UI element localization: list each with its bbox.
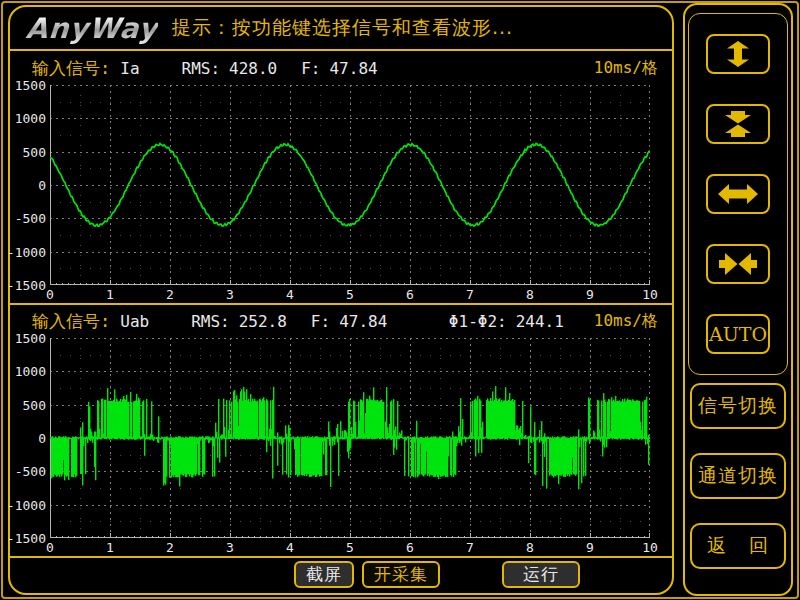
timebase-label: 10ms/格 — [594, 58, 658, 79]
input-signal-label: 输入信号: — [32, 57, 110, 80]
x-tick-label: 8 — [526, 540, 534, 555]
x-tick-label: 1 — [106, 287, 114, 302]
x-tick-label: 3 — [226, 287, 234, 302]
rms-value: 252.8 — [239, 312, 287, 331]
x-tick-label: 6 — [406, 287, 414, 302]
freq-label: F: — [301, 59, 320, 78]
y-tick-label: -1500 — [7, 278, 46, 293]
signal-name: Ia — [120, 59, 139, 78]
x-tick-label: 5 — [346, 540, 354, 555]
x-tick-label: 10 — [642, 287, 658, 302]
y-tick-label: 1500 — [15, 331, 46, 346]
run-button[interactable]: 运行 — [502, 561, 580, 588]
auto-label: AUTO — [709, 323, 767, 345]
x-tick-label: 1 — [106, 540, 114, 555]
plot-area-ia: 150010005000-500-1000-1500 012345678910 — [50, 85, 650, 285]
back-label-right: 回 — [749, 533, 769, 559]
horizontal-compress-button[interactable] — [706, 244, 770, 284]
bottom-button-bar: 截屏 开采集 运行 — [10, 558, 672, 591]
vertical-expand-button[interactable] — [706, 34, 770, 74]
plot-area-uab: 150010005000-500-1000-1500 012345678910 — [50, 338, 650, 538]
y-tick-label: -1000 — [7, 244, 46, 259]
freq-label: F: — [311, 312, 330, 331]
panel-divider — [10, 303, 672, 305]
rms-value: 428.0 — [229, 59, 277, 78]
sidebar: AUTO 信号切换 通道切换 返 回 — [683, 3, 793, 596]
vertical-compress-button[interactable] — [706, 104, 770, 144]
y-tick-label: -1500 — [7, 531, 46, 546]
x-tick-label: 9 — [586, 540, 594, 555]
rms-label: RMS: — [182, 59, 221, 78]
input-signal-label: 输入信号: — [32, 310, 110, 333]
anyway-logo: AnyWay — [25, 12, 159, 45]
y-tick-label: -500 — [15, 464, 46, 479]
y-tick-label: 500 — [23, 144, 46, 159]
rms-label: RMS: — [191, 312, 230, 331]
y-axis-labels: 150010005000-500-1000-1500 — [8, 85, 46, 285]
panel-header-ia: 输入信号: Ia RMS: 428.0 F: 47.84 10ms/格 — [10, 53, 672, 83]
x-axis-labels: 012345678910 — [50, 539, 650, 554]
y-tick-label: 500 — [23, 397, 46, 412]
phase-diff-label: Φ1-Φ2: — [449, 312, 507, 331]
y-axis-labels: 150010005000-500-1000-1500 — [8, 338, 46, 538]
y-tick-label: -500 — [15, 211, 46, 226]
y-tick-label: 0 — [38, 431, 46, 446]
x-tick-label: 3 — [226, 540, 234, 555]
back-label-left: 返 — [707, 533, 727, 559]
signal-switch-button[interactable]: 信号切换 — [690, 383, 786, 429]
waveform-panel-ia: 输入信号: Ia RMS: 428.0 F: 47.84 10ms/格 1500… — [10, 53, 672, 303]
y-tick-label: 0 — [38, 178, 46, 193]
expand-horizontal-icon — [716, 181, 760, 207]
signal-name: Uab — [120, 312, 149, 331]
x-tick-label: 2 — [166, 287, 174, 302]
timebase-label: 10ms/格 — [594, 311, 658, 332]
back-button[interactable]: 返 回 — [690, 523, 786, 569]
y-tick-label: 1000 — [15, 364, 46, 379]
x-tick-label: 2 — [166, 540, 174, 555]
start-acquisition-button[interactable]: 开采集 — [362, 561, 440, 588]
x-tick-label: 9 — [586, 287, 594, 302]
x-tick-label: 4 — [286, 540, 294, 555]
auto-scale-button[interactable]: AUTO — [706, 314, 770, 354]
expand-vertical-icon — [716, 41, 760, 67]
y-tick-label: 1500 — [15, 78, 46, 93]
phase-diff-value: 244.1 — [516, 312, 564, 331]
channel-switch-button[interactable]: 通道切换 — [690, 453, 786, 499]
horizontal-expand-button[interactable] — [706, 174, 770, 214]
waveform-panel-uab: 输入信号: Uab RMS: 252.8 F: 47.84 Φ1-Φ2: 244… — [10, 306, 672, 556]
freq-value: 47.84 — [329, 59, 377, 78]
x-tick-label: 0 — [46, 540, 54, 555]
x-tick-label: 6 — [406, 540, 414, 555]
x-tick-label: 8 — [526, 287, 534, 302]
title-bar: AnyWay 提示：按功能键选择信号和查看波形... — [10, 7, 672, 51]
scale-button-group: AUTO — [688, 13, 788, 375]
compress-horizontal-icon — [716, 251, 760, 277]
waveform-canvas-ia — [50, 85, 650, 285]
x-tick-label: 4 — [286, 287, 294, 302]
freq-value: 47.84 — [339, 312, 387, 331]
x-tick-label: 10 — [642, 540, 658, 555]
x-tick-label: 5 — [346, 287, 354, 302]
y-tick-label: -1000 — [7, 497, 46, 512]
x-tick-label: 0 — [46, 287, 54, 302]
hint-text: 提示：按功能键选择信号和查看波形... — [172, 15, 513, 41]
panel-header-uab: 输入信号: Uab RMS: 252.8 F: 47.84 Φ1-Φ2: 244… — [10, 306, 672, 336]
waveform-canvas-uab — [50, 338, 650, 538]
x-tick-label: 7 — [466, 540, 474, 555]
screenshot-button[interactable]: 截屏 — [294, 561, 354, 588]
main-display-frame: AnyWay 提示：按功能键选择信号和查看波形... 输入信号: Ia RMS:… — [8, 5, 674, 595]
y-tick-label: 1000 — [15, 111, 46, 126]
x-axis-labels: 012345678910 — [50, 286, 650, 301]
compress-vertical-icon — [716, 111, 760, 137]
x-tick-label: 7 — [466, 287, 474, 302]
